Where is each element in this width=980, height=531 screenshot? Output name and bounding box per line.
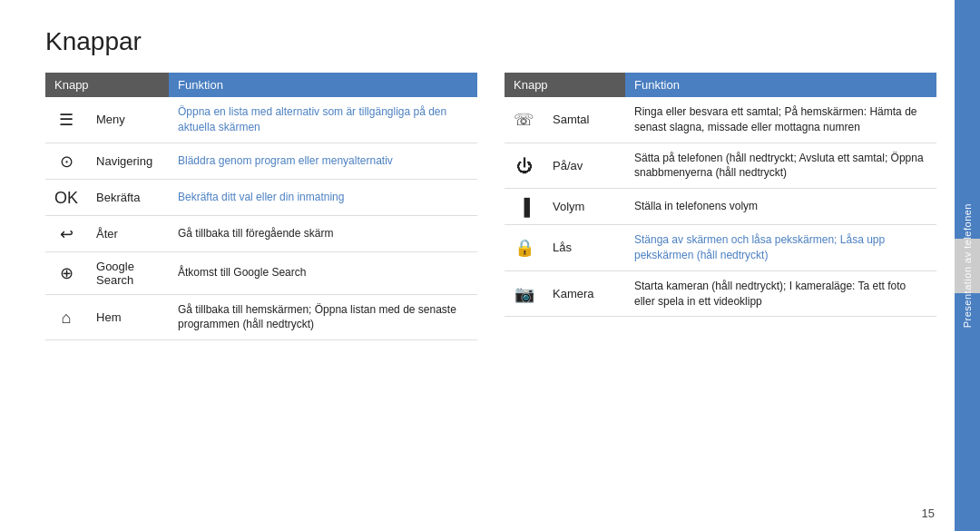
left-table-row: OK Bekräfta Bekräfta ditt val eller din … — [45, 179, 477, 215]
button-func: Gå tillbaka till hemskärmen; Öppna lista… — [169, 294, 477, 340]
button-name: Volym — [544, 189, 625, 225]
lock-icon: 🔒 — [505, 225, 544, 271]
right-col1-header: Knapp — [505, 73, 625, 97]
button-func: Sätta på telefonen (håll nedtryckt; Avsl… — [625, 143, 936, 189]
button-func: Bekräfta ditt val eller din inmatning — [169, 179, 477, 215]
page-title: Knappar — [45, 27, 936, 56]
left-table-row: ⌂ Hem Gå tillbaka till hemskärmen; Öppna… — [45, 294, 477, 340]
google-search-icon: ⊕ — [45, 251, 87, 294]
button-func: Bläddra genom program eller menyalternat… — [169, 143, 477, 179]
confirm-icon: OK — [45, 179, 87, 215]
button-func: Åtkomst till Google Search — [169, 251, 477, 294]
left-table-row: ↩ Åter Gå tillbaka till föregående skärm — [45, 215, 477, 251]
menu-icon: ☰ — [45, 97, 87, 143]
left-table-row: ⊙ Navigering Bläddra genom program eller… — [45, 143, 477, 179]
sidebar-label: Presentation av telefonen — [962, 203, 973, 328]
home-icon: ⌂ — [45, 294, 87, 340]
button-name: Hem — [87, 294, 169, 340]
right-table-row: 🔒 Lås Stänga av skärmen och låsa pekskär… — [505, 225, 936, 271]
volume-icon: ▐ — [505, 189, 544, 225]
button-name: Åter — [87, 215, 169, 251]
button-name: På/av — [544, 143, 625, 189]
back-icon: ↩ — [45, 215, 87, 251]
navigation-icon: ⊙ — [45, 143, 87, 179]
right-col2-header: Funktion — [625, 73, 936, 97]
camera-icon: 📷 — [505, 270, 544, 317]
left-table: Knapp Funktion ☰ Meny Öppna en lista med… — [45, 73, 477, 513]
right-table-row: ⏻ På/av Sätta på telefonen (håll nedtryc… — [505, 143, 936, 189]
call-icon: ☏ — [505, 97, 544, 143]
right-table: Knapp Funktion ☏ Samtal Ringa eller besv… — [505, 73, 936, 513]
right-table-row: ☏ Samtal Ringa eller besvara ett samtal;… — [505, 97, 936, 143]
right-table-row: 📷 Kamera Starta kameran (håll nedtryckt)… — [505, 270, 936, 317]
power-icon: ⏻ — [505, 143, 544, 189]
button-func: Öppna en lista med alternativ som är til… — [169, 97, 477, 143]
button-func: Gå tillbaka till föregående skärm — [169, 215, 477, 251]
button-func: Ringa eller besvara ett samtal; På hemsk… — [625, 97, 936, 143]
left-col1-header: Knapp — [45, 73, 169, 97]
button-name: Google Search — [87, 251, 169, 294]
right-sidebar: Presentation av telefonen — [955, 0, 980, 531]
left-table-row: ⊕ Google Search Åtkomst till Google Sear… — [45, 251, 477, 294]
button-func: Ställa in telefonens volym — [625, 189, 936, 225]
button-func: Starta kameran (håll nedtryckt); I kamer… — [625, 270, 936, 317]
right-table-row: ▐ Volym Ställa in telefonens volym — [505, 189, 936, 225]
button-name: Meny — [87, 97, 169, 143]
button-func: Stänga av skärmen och låsa pekskärmen; L… — [625, 225, 936, 271]
left-table-row: ☰ Meny Öppna en lista med alternativ som… — [45, 97, 477, 143]
button-name: Bekräfta — [87, 179, 169, 215]
button-name: Samtal — [544, 97, 625, 143]
left-col2-header: Funktion — [169, 73, 477, 97]
button-name: Lås — [544, 225, 625, 271]
button-name: Navigering — [87, 143, 169, 179]
page-number: 15 — [922, 506, 935, 520]
button-name: Kamera — [544, 270, 625, 317]
